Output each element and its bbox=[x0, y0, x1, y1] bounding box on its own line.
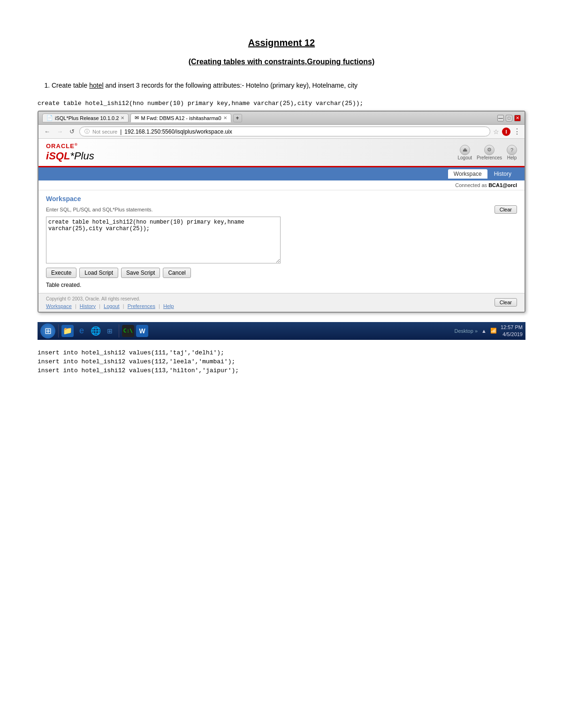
taskbar-terminal-icon[interactable]: C:\ bbox=[122, 325, 134, 337]
insert-section: insert into hotel_ishi12 values(111,'taj… bbox=[38, 349, 525, 374]
workspace-heading: Workspace bbox=[46, 195, 517, 203]
workspace-desc-text: Enter SQL, PL/SQL and SQL*Plus statement… bbox=[46, 207, 153, 212]
footer-history-link[interactable]: History bbox=[80, 303, 96, 309]
profile-icon[interactable]: I bbox=[502, 128, 510, 136]
oracle-content: ORACLE® iSQL*Plus ⏏ Logout ⚙ Preferences bbox=[38, 139, 525, 311]
question-block: Create table hotel and insert 3 records … bbox=[38, 80, 525, 90]
ie-icon: e bbox=[79, 326, 84, 336]
bookmark-icon[interactable]: ☆ bbox=[493, 128, 499, 135]
oracle-header-right: ⏏ Logout ⚙ Preferences ? Help bbox=[457, 145, 517, 160]
folder-icon: 📁 bbox=[63, 326, 72, 335]
oracle-nav-tabs: Workspace History bbox=[38, 167, 525, 180]
save-script-button[interactable]: Save Script bbox=[121, 268, 160, 278]
forward-button[interactable]: → bbox=[55, 127, 65, 136]
address-bar[interactable]: ⓘ Not secure | 192.168.1.250:5560/isqlpl… bbox=[79, 127, 490, 136]
footer-workspace-link[interactable]: Workspace bbox=[46, 303, 72, 309]
taskbar-windows-icon[interactable]: ⊞ bbox=[104, 325, 116, 337]
logout-label: Logout bbox=[457, 155, 472, 160]
address-url: 192.168.1.250:5560/isqlplus/workspace.ui… bbox=[124, 128, 232, 135]
tab1-close[interactable]: ✕ bbox=[121, 115, 124, 120]
taskbar-ie-icon[interactable]: e bbox=[76, 325, 88, 337]
connected-text: Connected as bbox=[455, 182, 487, 188]
footer-sep3: | bbox=[123, 303, 124, 309]
footer-sep1: | bbox=[75, 303, 76, 309]
taskbar-folder-icon[interactable]: 📁 bbox=[61, 325, 74, 337]
menu-icon[interactable]: ⋮ bbox=[513, 127, 521, 136]
desktop-button[interactable]: Desktop » bbox=[454, 328, 478, 334]
insert-line-1: insert into hotel_ishi12 values(111,'taj… bbox=[38, 349, 525, 356]
help-label: Help bbox=[507, 155, 517, 160]
footer-right: Clear bbox=[495, 298, 517, 307]
oracle-logo: ORACLE® iSQL*Plus bbox=[46, 143, 94, 162]
assignment-subtitle: (Creating tables with constraints,Groupi… bbox=[38, 58, 525, 66]
tab-workspace[interactable]: Workspace bbox=[448, 169, 487, 179]
oracle-nav-icons: ⏏ Logout ⚙ Preferences ? Help bbox=[457, 145, 517, 160]
close-button[interactable]: ✕ bbox=[514, 115, 521, 121]
taskbar-chrome-icon[interactable]: 🌐 bbox=[90, 325, 102, 337]
window-controls: — □ ✕ bbox=[497, 115, 521, 121]
help-icon: ? bbox=[507, 145, 517, 155]
cancel-button[interactable]: Cancel bbox=[163, 268, 190, 278]
footer-help-link[interactable]: Help bbox=[163, 303, 174, 309]
minimize-button[interactable]: — bbox=[497, 115, 504, 121]
start-icon: ⊞ bbox=[45, 326, 52, 336]
footer-sep4: | bbox=[159, 303, 160, 309]
footer-nav: Workspace | History | Logout | Preferenc… bbox=[46, 303, 174, 309]
oracle-footer: Copyright © 2003, Oracle. All rights res… bbox=[38, 293, 525, 312]
footer-logout-link[interactable]: Logout bbox=[104, 303, 120, 309]
workspace-section: Workspace Enter SQL, PL/SQL and SQL*Plus… bbox=[38, 190, 525, 293]
browser-titlebar: 📄 iSQL*Plus Release 10.1.0.2 ✕ ✉ M Fwd: … bbox=[38, 112, 525, 125]
start-button[interactable]: ⊞ bbox=[40, 323, 55, 338]
new-tab-button[interactable]: + bbox=[233, 114, 242, 122]
logout-icon-item[interactable]: ⏏ Logout bbox=[457, 145, 472, 160]
tab2-icon: ✉ bbox=[135, 115, 139, 121]
preferences-icon-item[interactable]: ⚙ Preferences bbox=[477, 145, 502, 160]
load-script-button[interactable]: Load Script bbox=[79, 268, 118, 278]
terminal-icon: C:\ bbox=[123, 328, 133, 334]
tab2-label: M Fwd: DBMS A12 - ishitasharma0 bbox=[141, 115, 221, 121]
clock-time: 12:57 PM bbox=[501, 324, 523, 330]
question-underline: hotel bbox=[89, 82, 103, 89]
clear-button-bottom[interactable]: Clear bbox=[495, 298, 517, 307]
workspace-description: Enter SQL, PL/SQL and SQL*Plus statement… bbox=[46, 205, 517, 214]
address-separator: | bbox=[120, 128, 122, 135]
maximize-button[interactable]: □ bbox=[506, 115, 512, 121]
browser-addressbar: ← → ↺ ⓘ Not secure | 192.168.1.250:5560/… bbox=[38, 125, 525, 139]
execute-button[interactable]: Execute bbox=[46, 268, 76, 278]
sql-input[interactable] bbox=[46, 217, 281, 263]
taskbar-word-icon[interactable]: W bbox=[136, 325, 148, 337]
browser-tab-2[interactable]: ✉ M Fwd: DBMS A12 - ishitasharma0 ✕ bbox=[130, 113, 231, 122]
desktop-arrows: » bbox=[475, 328, 478, 334]
connected-user: BCA1@orcl bbox=[488, 182, 517, 188]
clear-button-top[interactable]: Clear bbox=[495, 205, 517, 214]
browser-window: 📄 iSQL*Plus Release 10.1.0.2 ✕ ✉ M Fwd: … bbox=[38, 111, 525, 312]
insert-line-3: insert into hotel_ishi12 values(113,'hil… bbox=[38, 367, 525, 374]
footer-preferences-link[interactable]: Preferences bbox=[128, 303, 155, 309]
back-button[interactable]: ← bbox=[42, 127, 52, 136]
oracle-brand: ORACLE® bbox=[46, 143, 94, 150]
connected-bar: Connected as BCA1@orcl bbox=[38, 180, 525, 190]
logout-icon: ⏏ bbox=[460, 145, 470, 155]
windows-icon: ⊞ bbox=[107, 327, 113, 335]
chrome-icon: 🌐 bbox=[91, 326, 101, 336]
taskbar-right: Desktop » ▲ 📶 12:57 PM 4/5/2019 bbox=[454, 324, 523, 338]
footer-sep2: | bbox=[99, 303, 100, 309]
tab2-close[interactable]: ✕ bbox=[223, 115, 227, 120]
help-icon-item[interactable]: ? Help bbox=[507, 145, 517, 160]
browser-tab-1[interactable]: 📄 iSQL*Plus Release 10.1.0.2 ✕ bbox=[42, 113, 129, 122]
result-text: Table created. bbox=[46, 282, 517, 288]
tab-history[interactable]: History bbox=[488, 169, 517, 179]
question-text-after: and insert 3 records for the following a… bbox=[105, 82, 358, 89]
taskbar-clock: 12:57 PM 4/5/2019 bbox=[501, 324, 523, 338]
refresh-button[interactable]: ↺ bbox=[68, 127, 76, 136]
clock-date: 4/5/2019 bbox=[501, 331, 523, 338]
assignment-title: Assignment 12 bbox=[38, 38, 525, 48]
taskbar-sep2 bbox=[119, 324, 119, 338]
workspace-buttons: Execute Load Script Save Script Cancel bbox=[46, 268, 517, 278]
registered-mark: ® bbox=[75, 143, 78, 147]
tab1-icon: 📄 bbox=[46, 115, 53, 121]
not-secure-icon: ⓘ bbox=[84, 128, 90, 135]
taskbar-sep1 bbox=[58, 324, 59, 338]
copyright-text: Copyright © 2003, Oracle. All rights res… bbox=[46, 296, 174, 301]
not-secure-text: Not secure bbox=[92, 129, 117, 135]
